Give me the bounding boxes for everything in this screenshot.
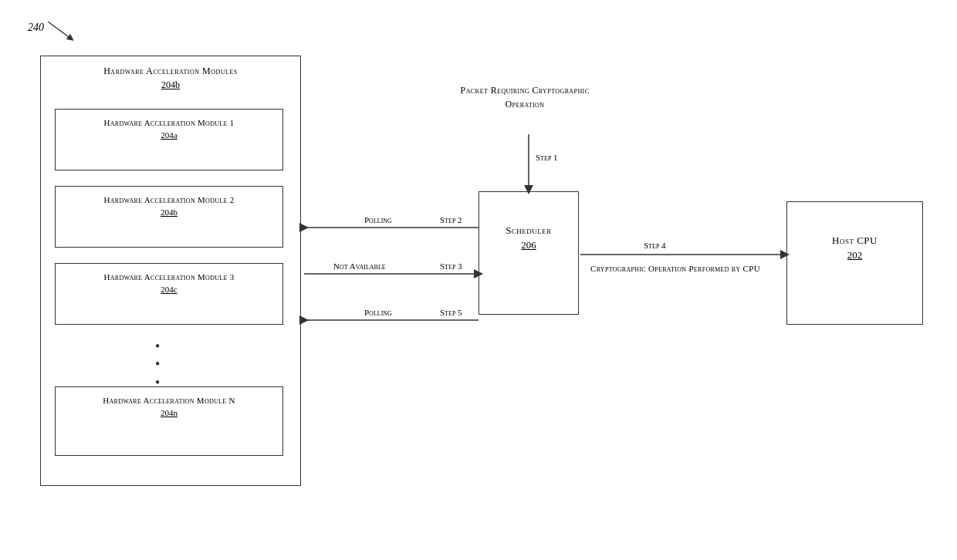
ham-module-2-title: Hardware Acceleration Module 2 xyxy=(56,194,282,206)
polling1-label: Polling xyxy=(364,215,392,224)
host-cpu-ref: 202 xyxy=(787,249,922,261)
svg-line-0 xyxy=(48,22,71,39)
scheduler-title: Scheduler xyxy=(479,224,578,237)
step3-label: Step 3 xyxy=(440,261,462,271)
dots: ••• xyxy=(155,338,161,392)
figure-number: 240 xyxy=(28,22,44,34)
ham-module-3-ref: 204c xyxy=(56,285,282,294)
ham-module-3-title: Hardware Acceleration Module 3 xyxy=(56,272,282,283)
ham-outer-ref: 204b xyxy=(49,79,293,91)
step4-label: Step 4 xyxy=(644,241,666,250)
step1-label: Step 1 xyxy=(536,153,558,162)
step2-label: Step 2 xyxy=(440,215,462,224)
diagram-container: 240 Hardware Acceleration Modules 204b H… xyxy=(0,0,957,560)
ham-module-1: Hardware Acceleration Module 1 204a xyxy=(55,109,283,170)
crypto-op-label: Cryptographic Operation Performed by CPU xyxy=(590,262,776,275)
ham-outer-title: Hardware Acceleration Modules xyxy=(49,64,293,78)
packet-label: Packet Requiring Cryptographic Operation xyxy=(440,83,610,111)
ham-module-n-title: Hardware Acceleration Module N xyxy=(56,395,282,407)
ham-module-2: Hardware Acceleration Module 2 204b xyxy=(55,186,283,248)
ham-module-2-ref: 204b xyxy=(56,207,282,217)
ham-outer-box: Hardware Acceleration Modules 204b Hardw… xyxy=(40,56,301,486)
polling2-label: Polling xyxy=(364,308,392,317)
ham-module-n: Hardware Acceleration Module N 204n xyxy=(55,386,283,456)
ham-module-1-ref: 204a xyxy=(56,130,282,140)
ham-module-n-ref: 204n xyxy=(56,408,282,417)
ham-module-1-title: Hardware Acceleration Module 1 xyxy=(56,117,282,129)
host-cpu-box: Host CPU 202 xyxy=(786,201,923,325)
scheduler-ref: 206 xyxy=(479,239,578,251)
not-available-label: Not Available xyxy=(333,261,386,271)
step5-label: Step 5 xyxy=(440,308,462,317)
host-cpu-title: Host CPU xyxy=(787,234,922,247)
scheduler-box: Scheduler 206 xyxy=(478,191,579,315)
ham-module-3: Hardware Acceleration Module 3 204c xyxy=(55,263,283,325)
